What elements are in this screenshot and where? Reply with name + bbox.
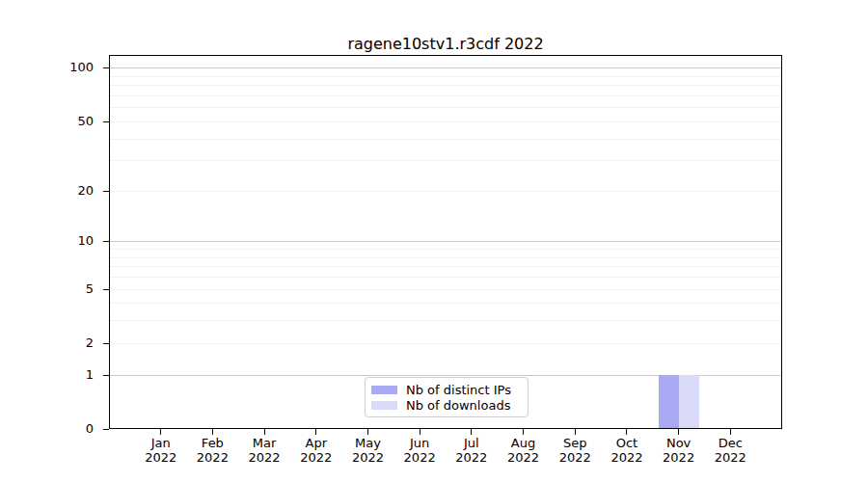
x-tick <box>575 429 576 435</box>
x-tick-label-year: 2022 <box>546 450 604 465</box>
x-tick-label-month: Mar <box>235 436 293 450</box>
x-tick-label-month: Aug <box>495 436 553 450</box>
x-tick <box>626 429 627 435</box>
x-tick-label: Jun2022 <box>391 436 448 465</box>
x-tick-label-year: 2022 <box>287 450 345 465</box>
x-tick-label: Feb2022 <box>183 436 241 465</box>
x-tick-label: Dec2022 <box>701 436 759 465</box>
distinct-ips-label: Nb of distinct IPs <box>406 383 519 397</box>
x-tick-label-month: Apr <box>287 436 345 450</box>
bar-downloads <box>679 375 699 429</box>
y-tick-label: 50 <box>0 114 94 129</box>
y-tick <box>103 375 109 376</box>
x-tick-label-month: May <box>339 436 396 450</box>
distinct-ips-swatch <box>371 386 397 394</box>
legend-entry-downloads: Nb of downloads <box>371 397 519 413</box>
x-tick <box>315 429 316 435</box>
y-tick-label: 5 <box>0 281 94 297</box>
bars-layer <box>109 55 782 429</box>
x-tick <box>523 429 524 435</box>
x-tick-label-year: 2022 <box>701 450 759 465</box>
downloads-label: Nb of downloads <box>406 398 519 413</box>
x-tick <box>471 429 472 435</box>
x-tick <box>212 429 213 435</box>
x-tick-label: Mar2022 <box>235 436 293 465</box>
y-tick <box>103 343 109 344</box>
x-tick-label: Sep2022 <box>546 436 604 465</box>
y-tick <box>103 241 109 242</box>
x-tick-label-year: 2022 <box>339 450 396 465</box>
x-tick-label-year: 2022 <box>598 450 656 465</box>
y-tick-label: 100 <box>0 60 94 75</box>
x-tick-label-month: Jul <box>443 436 501 450</box>
x-tick-label-month: Jan <box>132 436 190 450</box>
x-tick-label: Jan2022 <box>132 436 190 465</box>
y-tick-label: 2 <box>0 335 94 351</box>
x-tick-label-month: Oct <box>598 436 656 450</box>
x-tick-label-year: 2022 <box>443 450 501 465</box>
x-tick-label-month: Sep <box>546 436 604 450</box>
y-tick <box>103 191 109 192</box>
x-tick-label-month: Feb <box>183 436 241 450</box>
y-tick-label: 0 <box>0 421 94 437</box>
x-tick <box>160 429 161 435</box>
x-tick-label-year: 2022 <box>391 450 448 465</box>
x-tick-label-year: 2022 <box>495 450 553 465</box>
figure: ragene10stv1.r3cdf 2022 0125102050100 Ja… <box>0 0 868 482</box>
x-tick-label-year: 2022 <box>235 450 293 465</box>
legend-entry-distinct-ips: Nb of distinct IPs <box>371 382 519 397</box>
chart-title: ragene10stv1.r3cdf 2022 <box>109 35 782 53</box>
plot-area <box>109 55 782 429</box>
x-tick-label: Jul2022 <box>443 436 501 465</box>
y-tick <box>103 67 109 68</box>
y-tick <box>103 121 109 122</box>
x-tick-label-year: 2022 <box>183 450 241 465</box>
y-tick-label: 10 <box>0 233 94 249</box>
x-tick-label: Nov2022 <box>650 436 708 465</box>
legend: Nb of distinct IPs Nb of downloads <box>365 377 529 417</box>
y-tick-label: 20 <box>0 183 94 199</box>
x-tick-label-month: Dec <box>701 436 759 450</box>
x-tick-label: Apr2022 <box>287 436 345 465</box>
bar-distinct-ips <box>659 375 679 429</box>
x-tick-label: May2022 <box>339 436 396 465</box>
x-tick-label-year: 2022 <box>650 450 708 465</box>
x-tick-label: Aug2022 <box>495 436 553 465</box>
x-tick <box>730 429 731 435</box>
x-tick-label: Oct2022 <box>598 436 656 465</box>
x-tick-label-month: Jun <box>391 436 448 450</box>
y-tick <box>103 289 109 290</box>
x-tick <box>367 429 368 435</box>
x-tick <box>264 429 265 435</box>
y-tick-label: 1 <box>0 367 94 383</box>
downloads-swatch <box>371 401 397 410</box>
x-tick <box>420 429 420 435</box>
x-tick-label-year: 2022 <box>132 450 190 465</box>
x-tick <box>678 429 679 435</box>
y-tick <box>103 429 109 430</box>
x-tick-label-month: Nov <box>650 436 708 450</box>
